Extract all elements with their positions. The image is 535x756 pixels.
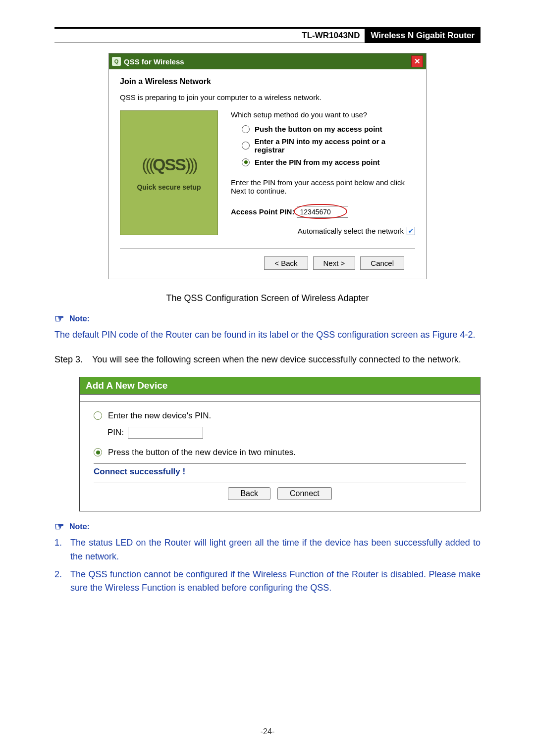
product-name: Wireless N Gigabit Router [365,29,481,43]
pin-hint: Enter the PIN from your access point bel… [231,178,415,195]
panel-title: Add A New Device [80,377,480,395]
doc-header: TL-WR1043ND Wireless N Gigabit Router [54,29,481,43]
prepare-text: QSS is preparing to join your computer t… [120,93,415,101]
qss-dialog: Q QSS for Wireless ✕ Join a Wireless Net… [108,53,427,279]
ap-pin-input[interactable] [297,206,348,218]
back-button[interactable]: < Back [264,256,308,270]
auto-select-checkbox[interactable]: ✔ [407,227,415,235]
note-item-2: 2.The QSS function cannot be configured … [54,568,481,596]
model-number: TL-WR1043ND [302,29,365,43]
setup-question: Which setup method do you want to use? [231,110,415,119]
page-number: -24- [0,727,535,736]
device-pin-label: PIN: [107,428,124,438]
next-button[interactable]: Next > [313,256,356,270]
note-heading-2: ☞ Note: [54,520,481,533]
figure-caption: The QSS Configuration Screen of Wireless… [54,293,481,303]
qss-subtitle: Quick secure setup [137,183,201,191]
pointing-hand-icon: ☞ [54,312,64,325]
qss-side-panel: (((QSS))) Quick secure setup [120,110,218,235]
qss-app-icon: Q [112,57,121,66]
device-pin-input[interactable] [128,427,203,439]
ap-pin-label: Access Point PIN: [231,207,294,216]
step-3: Step 3.You will see the following screen… [54,353,481,367]
close-icon[interactable]: ✕ [411,55,423,67]
add-device-panel: Add A New Device Enter the new device's … [79,377,481,511]
option-enter-pin-from-ap[interactable]: Enter the PIN from my access point [242,158,415,166]
option-press-device-button[interactable]: Press the button of the new device in tw… [94,448,466,457]
panel-back-button[interactable]: Back [228,487,270,500]
option-enter-device-pin[interactable]: Enter the new device's PIN. [94,411,466,421]
dialog-title: QSS for Wireless [124,57,411,66]
connect-success-text: Connect successfully ! [94,464,466,483]
cancel-button[interactable]: Cancel [360,256,404,270]
panel-connect-button[interactable]: Connect [277,487,332,500]
auto-select-label: Automatically select the network [298,227,404,235]
note-item-1: 1.The status LED on the Router will ligh… [54,536,481,564]
dialog-titlebar: Q QSS for Wireless ✕ [109,53,426,69]
note-heading: ☞ Note: [54,312,481,325]
option-push-button[interactable]: Push the button on my access point [242,125,415,133]
join-heading: Join a Wireless Network [120,77,415,86]
note-body: The default PIN code of the Router can b… [54,328,481,342]
option-enter-pin-to-ap[interactable]: Enter a PIN into my access point or a re… [242,137,415,154]
pointing-hand-icon: ☞ [54,520,64,533]
